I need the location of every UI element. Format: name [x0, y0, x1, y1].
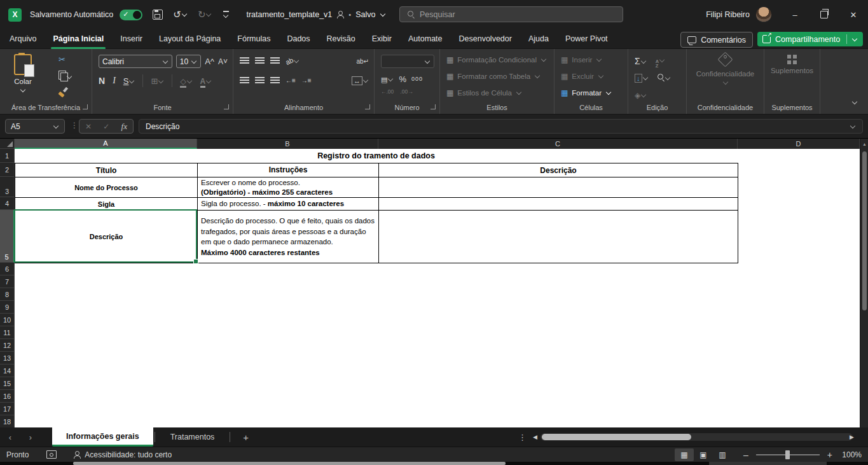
- select-all-corner[interactable]: [0, 139, 15, 149]
- dialog-launcher-icon[interactable]: [83, 104, 88, 109]
- macro-record-icon[interactable]: [46, 450, 57, 459]
- row-header-6[interactable]: 6: [0, 263, 15, 275]
- increase-decimal-button[interactable]: ←.00: [381, 88, 394, 95]
- add-sheet-button[interactable]: +: [231, 432, 260, 443]
- sheetbar-options-icon[interactable]: ⋮: [518, 433, 527, 442]
- find-select-button[interactable]: [658, 72, 671, 83]
- increase-font-button[interactable]: A^: [205, 57, 214, 66]
- tab-revisao[interactable]: Revisão: [319, 29, 364, 49]
- row-header-10[interactable]: 10: [0, 314, 15, 326]
- account-area[interactable]: Filipi Ribeiro: [706, 0, 771, 29]
- delete-cells-button[interactable]: ▦Excluir: [561, 72, 604, 81]
- row-header-14[interactable]: 14: [0, 364, 15, 377]
- accessibility-status[interactable]: Acessibilidade: tudo certo: [73, 450, 172, 459]
- column-header-C[interactable]: C: [378, 139, 738, 149]
- tab-formulas[interactable]: Fórmulas: [229, 29, 279, 49]
- row-header-2[interactable]: 2: [0, 163, 15, 177]
- page-layout-view-button[interactable]: ▣: [694, 448, 713, 461]
- dialog-launcher-icon[interactable]: [431, 104, 436, 109]
- row-header-4[interactable]: 4: [0, 197, 15, 210]
- paste-button[interactable]: Colar: [5, 54, 41, 93]
- tab-inserir[interactable]: Inserir: [112, 29, 151, 49]
- name-box[interactable]: A5: [5, 119, 65, 134]
- search-input[interactable]: Pesquisar: [399, 6, 623, 22]
- dialog-launcher-icon[interactable]: [224, 104, 229, 109]
- tab-layout-da-pagina[interactable]: Layout da Página: [151, 29, 229, 49]
- dialog-launcher-icon[interactable]: [365, 104, 370, 109]
- autosum-button[interactable]: Σ: [635, 55, 647, 67]
- row-header-17[interactable]: 17: [0, 403, 15, 415]
- comma-style-button[interactable]: 000: [411, 76, 423, 82]
- cell-styles-button[interactable]: ▦Estilos de Célula: [446, 88, 522, 97]
- save-button[interactable]: [153, 10, 163, 20]
- decrease-decimal-button[interactable]: .00→: [400, 88, 413, 95]
- vertical-scrollbar-thumb[interactable]: [862, 151, 867, 310]
- row-header-13[interactable]: 13: [0, 352, 15, 364]
- comments-button[interactable]: Comentários: [680, 32, 753, 48]
- align-top-button[interactable]: [240, 57, 249, 64]
- row-header-7[interactable]: 7: [0, 275, 15, 288]
- cell-C4[interactable]: [379, 198, 738, 211]
- decrease-font-button[interactable]: A˅: [218, 57, 228, 66]
- cell-B3[interactable]: Escrever o nome do processo. (Obrigatóri…: [198, 177, 379, 198]
- font-size-select[interactable]: 10: [176, 55, 201, 68]
- sheet-tab-informacoes-gerais[interactable]: Informações gerais: [52, 427, 153, 447]
- row-header-12[interactable]: 12: [0, 339, 15, 352]
- cell-A5[interactable]: Descrição: [15, 211, 198, 263]
- zoom-level[interactable]: 100%: [832, 450, 862, 459]
- tab-automate[interactable]: Automate: [400, 29, 451, 49]
- column-header-B[interactable]: B: [197, 139, 378, 149]
- avatar[interactable]: [756, 7, 771, 22]
- tab-ajuda[interactable]: Ajuda: [520, 29, 557, 49]
- name-box-resize-handle[interactable]: ⋮: [71, 121, 78, 130]
- format-painter-button[interactable]: [59, 87, 67, 99]
- cell-A4[interactable]: Sigla: [15, 198, 198, 211]
- number-format-select[interactable]: [381, 55, 434, 68]
- formula-input[interactable]: Descrição: [139, 119, 863, 134]
- addins-button[interactable]: Suplementos: [764, 54, 820, 74]
- borders-button[interactable]: ⊞: [151, 75, 164, 87]
- close-button[interactable]: ✕: [839, 0, 868, 29]
- cell-B5[interactable]: Descrição do processo. O que é feito, qu…: [198, 211, 379, 263]
- format-cells-button[interactable]: ▦Formatar: [561, 88, 612, 97]
- row-header-8[interactable]: 8: [0, 288, 15, 301]
- row-header-18[interactable]: 18: [0, 415, 15, 428]
- format-as-table-button[interactable]: ▦Formatar como Tabela: [446, 72, 541, 81]
- merge-center-button[interactable]: ↔: [352, 74, 369, 86]
- restore-button[interactable]: [809, 0, 839, 29]
- cancel-button[interactable]: ✕: [85, 122, 92, 131]
- redo-button[interactable]: ↻: [198, 9, 212, 20]
- wrap-text-button[interactable]: ab↵: [356, 55, 369, 66]
- cell-A3[interactable]: Nome do Processo: [15, 177, 198, 198]
- expand-formula-bar-icon[interactable]: [850, 123, 855, 128]
- insert-function-button[interactable]: fx: [121, 121, 127, 132]
- align-right-button[interactable]: [270, 76, 280, 84]
- row-header-5[interactable]: 5: [0, 210, 15, 263]
- cell-C3[interactable]: [379, 177, 738, 198]
- document-title[interactable]: tratamento_template_v1 • Salvo: [246, 10, 386, 19]
- row-header-9[interactable]: 9: [0, 301, 15, 314]
- row-header-1[interactable]: 1: [0, 149, 15, 163]
- collapse-ribbon-button[interactable]: [851, 96, 858, 108]
- fill-color-button[interactable]: ◇: [180, 75, 192, 87]
- cell-B2[interactable]: Instruções: [198, 163, 379, 177]
- vertical-scrollbar[interactable]: ▲: [860, 139, 868, 427]
- tab-arquivo[interactable]: Arquivo: [1, 29, 45, 49]
- align-bottom-button[interactable]: [270, 57, 280, 64]
- horizontal-scrollbar-thumb[interactable]: [542, 434, 691, 440]
- share-button[interactable]: Compartilhamento: [757, 32, 863, 46]
- tab-pagina-inicial[interactable]: Página Inicial: [45, 29, 112, 49]
- prev-sheet-button[interactable]: ‹: [0, 433, 20, 442]
- accounting-format-button[interactable]: ▤: [381, 73, 394, 85]
- underline-button[interactable]: S: [123, 75, 135, 87]
- enter-button[interactable]: ✓: [103, 122, 109, 131]
- tab-exibir[interactable]: Exibir: [364, 29, 400, 49]
- cell-C2[interactable]: Descrição: [379, 163, 738, 177]
- column-header-D[interactable]: D: [738, 139, 860, 149]
- row-header-3[interactable]: 3: [0, 177, 15, 197]
- zoom-out-button[interactable]: –: [743, 450, 748, 460]
- align-middle-button[interactable]: [255, 57, 265, 64]
- clear-button[interactable]: ◈: [635, 89, 647, 101]
- percent-style-button[interactable]: %: [399, 74, 406, 84]
- cell-C5[interactable]: [379, 211, 738, 263]
